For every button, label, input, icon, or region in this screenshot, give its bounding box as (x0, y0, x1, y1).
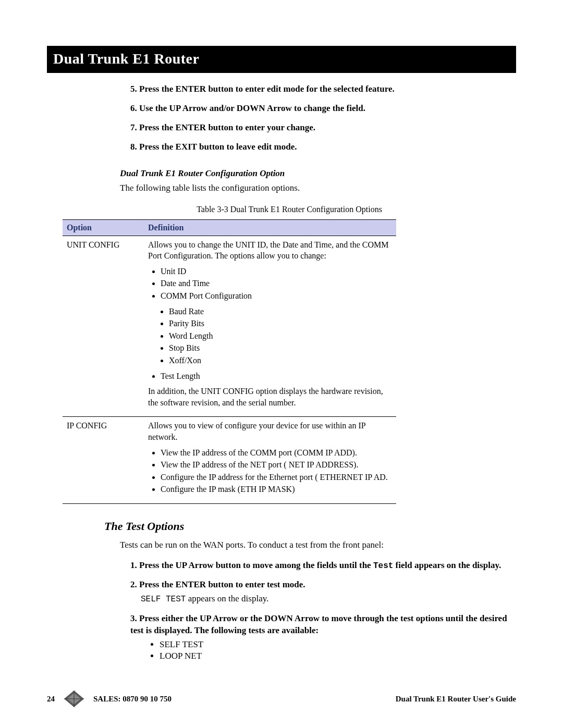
sales-phone: SALES: 0870 90 10 750 (93, 694, 172, 704)
selftest-label: SELF TEST (141, 595, 186, 604)
test-step-1: 1. Press the UP Arrow button to move amo… (130, 560, 516, 572)
page-header-title: Dual Trunk E1 Router (47, 46, 516, 73)
list-item: Stop Bits (169, 342, 392, 354)
test-step-2-sub: SELF TEST appears on the display. (141, 593, 516, 606)
list-item: Baud Rate (169, 306, 392, 317)
table-row: IP CONFIG Allows you to view of configur… (63, 417, 396, 504)
step-5: 5. Press the ENTER button to enter edit … (130, 83, 516, 95)
cell-definition: Allows you to change the UNIT ID, the Da… (144, 236, 396, 417)
list-item: SELF TEST (160, 639, 516, 651)
test-intro: Tests can be run on the WAN ports. To co… (120, 539, 516, 551)
test-options-heading: The Test Options (104, 519, 516, 534)
list-item: Parity Bits (169, 318, 392, 329)
edit-mode-steps: 5. Press the ENTER button to enter edit … (130, 83, 516, 153)
config-intro: The following table lists the configurat… (120, 182, 516, 194)
list-item: View the IP address of the COMM port (CO… (161, 447, 392, 459)
test-step-2: 2. Press the ENTER button to enter test … (130, 579, 516, 606)
config-subheading: Dual Trunk E1 Router Configuration Optio… (120, 168, 516, 180)
test-step-3-text: 3. Press either the UP Arrow or the DOWN… (130, 613, 516, 637)
list-item: Date and Time (161, 278, 392, 289)
row1-tail: In addition, the UNIT CONFIG option disp… (148, 386, 392, 408)
diamond-icon (64, 690, 84, 707)
test-step-3: 3. Press either the UP Arrow or the DOWN… (130, 613, 516, 663)
selftest-suffix: appears on the display. (186, 594, 268, 603)
page-number: 24 (47, 694, 55, 704)
row2-lead: Allows you to view of configure your dev… (148, 420, 392, 442)
table-row: UNIT CONFIG Allows you to change the UNI… (63, 236, 396, 417)
list-item: LOOP NET (160, 650, 516, 662)
test-step-1-testword: Test (373, 561, 393, 571)
list-item: Configure the IP mask (ETH IP MASK) (161, 484, 392, 495)
row1-lead: Allows you to change the UNIT ID, the Da… (148, 239, 392, 262)
th-definition: Definition (144, 220, 396, 236)
config-table: Option Definition UNIT CONFIG Allows you… (63, 219, 396, 504)
list-item: Configure the IP address for the Etherne… (161, 472, 392, 483)
test-step-1b: field appears on the display. (393, 560, 501, 570)
list-item: COMM Port Configuration (161, 290, 392, 302)
cell-option: IP CONFIG (63, 417, 144, 504)
cell-definition: Allows you to view of configure your dev… (144, 417, 396, 504)
table-caption: Table 3-3 Dual Trunk E1 Router Configura… (63, 204, 516, 215)
test-steps: 1. Press the UP Arrow button to move amo… (130, 560, 516, 663)
list-item: View the IP address of the NET port ( NE… (161, 459, 392, 471)
list-item: Test Length (161, 371, 392, 382)
list-item: Word Length (169, 330, 392, 342)
test-step-1a: 1. Press the UP Arrow button to move amo… (130, 560, 373, 570)
th-option: Option (63, 220, 144, 236)
step-6: 6. Use the UP Arrow and/or DOWN Arrow to… (130, 103, 516, 115)
test-step-2-text: 2. Press the ENTER button to enter test … (130, 579, 516, 591)
list-item: Unit ID (161, 266, 392, 277)
page-footer: 24 SALES: 0870 90 10 750 Dual Trunk E1 R… (47, 690, 516, 707)
guide-title: Dual Trunk E1 Router User's Guide (396, 694, 516, 704)
list-item: Xoff/Xon (169, 355, 392, 366)
step-8: 8. Press the EXIT button to leave edit m… (130, 141, 516, 153)
step-7: 7. Press the ENTER button to enter your … (130, 122, 516, 134)
cell-option: UNIT CONFIG (63, 236, 144, 417)
